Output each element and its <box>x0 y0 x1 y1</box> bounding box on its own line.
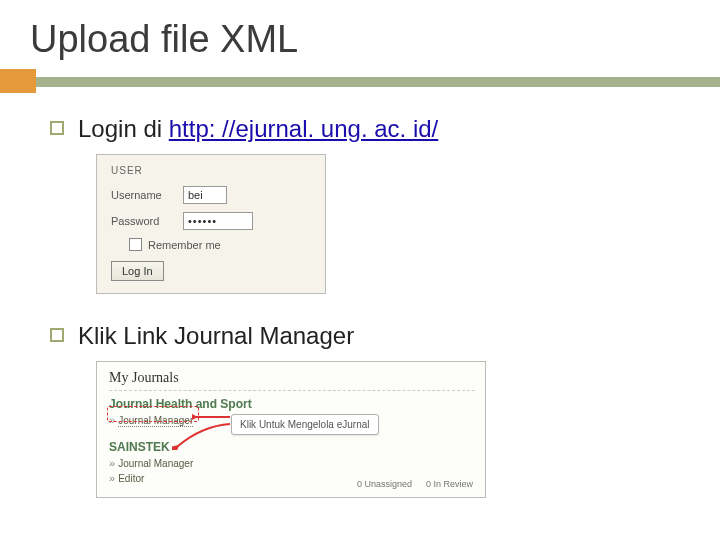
arrow-icon <box>172 422 232 450</box>
journal-manager-link-2[interactable]: Journal Manager <box>118 458 193 469</box>
bullet-2-text: Klik Link Journal Manager <box>78 320 354 351</box>
my-journals-heading: My Journals <box>109 370 475 386</box>
bullet-icon <box>50 328 64 342</box>
status-row: 0 Unassigned 0 In Review <box>357 479 473 489</box>
editor-link[interactable]: Editor <box>118 473 144 484</box>
bullet-2: Klik Link Journal Manager <box>50 320 682 351</box>
journal-2-name: SAINSTEK <box>109 440 475 454</box>
status-unassigned: 0 Unassigned <box>357 479 412 489</box>
password-label: Password <box>111 215 173 227</box>
accent-bar <box>0 69 720 93</box>
password-input[interactable]: •••••• <box>183 212 253 230</box>
username-input[interactable]: bei <box>183 186 227 204</box>
highlight-box <box>107 406 199 422</box>
login-screenshot: USER Username bei Password •••••• Rememb… <box>96 154 326 294</box>
login-url-link[interactable]: http: //ejurnal. ung. ac. id/ <box>169 115 439 142</box>
bullet-icon <box>50 121 64 135</box>
login-button[interactable]: Log In <box>111 261 164 281</box>
login-heading: USER <box>111 165 313 176</box>
bullet-1: Login di http: //ejurnal. ung. ac. id/ <box>50 113 682 144</box>
journals-screenshot: My Journals Journal Health and Sport Jou… <box>96 361 486 498</box>
callout-tooltip: Klik Untuk Mengelola eJurnal <box>231 414 379 435</box>
remember-label: Remember me <box>148 239 221 251</box>
bullet-1-text: Login di <box>78 115 169 142</box>
remember-checkbox[interactable] <box>129 238 142 251</box>
page-title: Upload file XML <box>30 18 690 61</box>
username-label: Username <box>111 189 173 201</box>
status-in-review: 0 In Review <box>426 479 473 489</box>
